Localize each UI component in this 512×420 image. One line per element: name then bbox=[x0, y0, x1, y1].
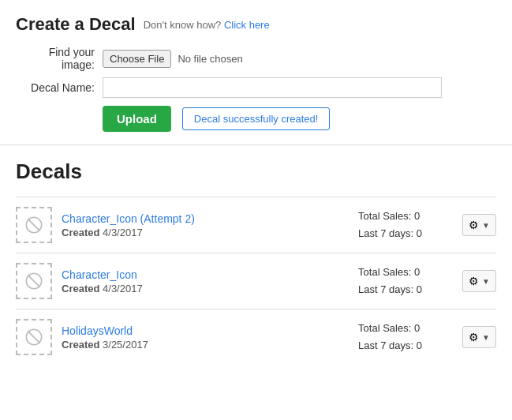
caret-icon: ▼ bbox=[482, 333, 490, 342]
decal-info: Character_Icon Created 4/3/2017 bbox=[62, 268, 349, 294]
decal-actions: ⚙ ▼ bbox=[462, 270, 496, 292]
last7-days: Last 7 days: 0 bbox=[358, 225, 453, 242]
decal-thumbnail bbox=[16, 319, 52, 355]
decal-stats: Total Sales: 0 Last 7 days: 0 bbox=[358, 320, 453, 354]
decal-list: Character_Icon (Attempt 2) Created 4/3/2… bbox=[16, 197, 496, 365]
caret-icon: ▼ bbox=[482, 277, 490, 286]
decal-created: Created 3/25/2017 bbox=[62, 339, 349, 351]
decal-stats: Total Sales: 0 Last 7 days: 0 bbox=[358, 208, 453, 242]
page-title: Create a Decal bbox=[16, 14, 136, 35]
file-input-area: Choose File No file chosen bbox=[103, 50, 243, 68]
no-file-text: No file chosen bbox=[178, 53, 242, 65]
decal-name-link[interactable]: HolidaysWorld bbox=[62, 324, 349, 337]
decal-stats: Total Sales: 0 Last 7 days: 0 bbox=[358, 264, 453, 298]
upload-button[interactable]: Upload bbox=[103, 106, 171, 132]
last7-days: Last 7 days: 0 bbox=[358, 337, 453, 354]
decal-thumbnail bbox=[16, 263, 52, 299]
choose-file-button[interactable]: Choose File bbox=[103, 50, 171, 68]
find-image-row: Find your image: Choose File No file cho… bbox=[16, 46, 496, 71]
gear-icon: ⚙ bbox=[469, 219, 479, 231]
decal-actions: ⚙ ▼ bbox=[462, 326, 496, 348]
decal-item: HolidaysWorld Created 3/25/2017 Total Sa… bbox=[16, 309, 496, 365]
caret-icon: ▼ bbox=[482, 221, 490, 230]
svg-line-1 bbox=[28, 219, 39, 231]
gear-icon: ⚙ bbox=[469, 275, 479, 287]
svg-line-3 bbox=[28, 275, 39, 287]
total-sales: Total Sales: 0 bbox=[358, 208, 453, 225]
decal-item: Character_Icon Created 4/3/2017 Total Sa… bbox=[16, 253, 496, 309]
help-text: Don't know how? Click here bbox=[144, 19, 270, 31]
decal-name-label: Decal Name: bbox=[16, 81, 103, 94]
decals-section: Decals Character_Icon (Attempt 2) Create… bbox=[0, 145, 512, 373]
gear-dropdown-button[interactable]: ⚙ ▼ bbox=[462, 326, 496, 348]
success-message: Decal successfully created! bbox=[182, 107, 331, 130]
actions-row: Upload Decal successfully created! bbox=[103, 106, 496, 132]
last7-days: Last 7 days: 0 bbox=[358, 281, 453, 298]
decal-thumbnail bbox=[16, 207, 52, 243]
decal-actions: ⚙ ▼ bbox=[462, 214, 496, 236]
decal-name-input[interactable] bbox=[103, 77, 442, 98]
decals-title: Decals bbox=[16, 159, 496, 184]
gear-dropdown-button[interactable]: ⚙ ▼ bbox=[462, 214, 496, 236]
decal-name-link[interactable]: Character_Icon bbox=[62, 268, 349, 281]
click-here-link[interactable]: Click here bbox=[224, 19, 270, 31]
decal-name-link[interactable]: Character_Icon (Attempt 2) bbox=[62, 212, 349, 225]
decal-info: HolidaysWorld Created 3/25/2017 bbox=[62, 324, 349, 351]
total-sales: Total Sales: 0 bbox=[358, 264, 453, 281]
decal-item: Character_Icon (Attempt 2) Created 4/3/2… bbox=[16, 197, 496, 253]
decal-info: Character_Icon (Attempt 2) Created 4/3/2… bbox=[62, 212, 349, 238]
decal-created: Created 4/3/2017 bbox=[62, 227, 349, 238]
total-sales: Total Sales: 0 bbox=[358, 320, 453, 337]
gear-icon: ⚙ bbox=[469, 331, 479, 343]
svg-line-5 bbox=[28, 331, 39, 343]
find-image-label: Find your image: bbox=[16, 46, 103, 71]
decal-created: Created 4/3/2017 bbox=[62, 283, 349, 294]
decal-name-row: Decal Name: bbox=[16, 77, 496, 98]
gear-dropdown-button[interactable]: ⚙ ▼ bbox=[462, 270, 496, 292]
page-title-area: Create a Decal Don't know how? Click her… bbox=[16, 14, 496, 35]
